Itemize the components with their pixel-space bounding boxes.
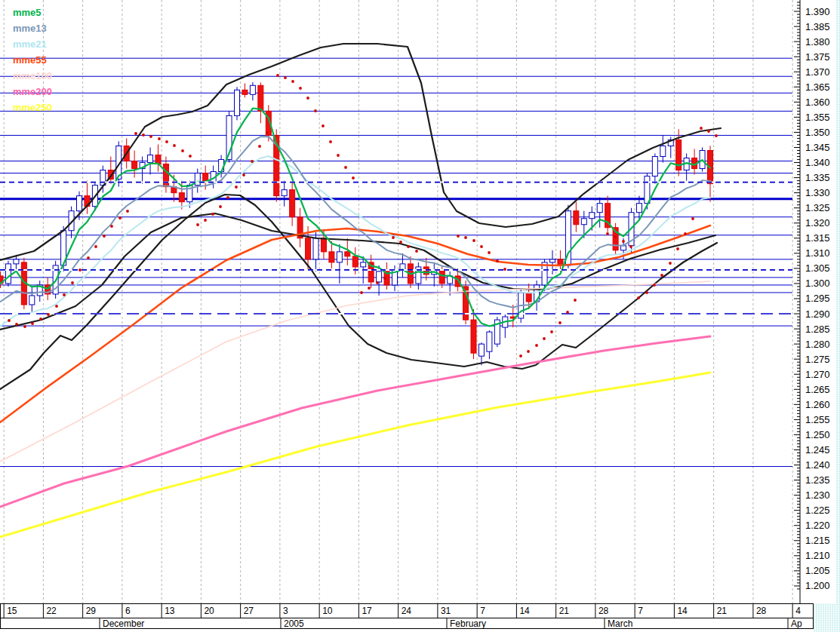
- sar-dot: [399, 241, 402, 244]
- sar-dot: [322, 124, 325, 127]
- price-axis-label: 1.360: [805, 97, 830, 108]
- week-date-label: 15: [7, 606, 17, 616]
- price-axis-label: 1.205: [805, 565, 830, 576]
- sar-dot: [503, 268, 506, 271]
- legend-mme250: mme250: [13, 100, 52, 115]
- candle-body: [14, 259, 19, 264]
- candle-body: [645, 176, 650, 204]
- week-date-label: 31: [441, 606, 451, 616]
- week-date-label: 28: [756, 606, 767, 616]
- desktop-right-strip: [836, 0, 840, 632]
- candle-body: [321, 238, 326, 252]
- sar-dot: [78, 268, 82, 272]
- sar-dot: [415, 250, 418, 253]
- sar-dot: [684, 232, 687, 235]
- sar-dot: [23, 325, 26, 328]
- sar-dot: [700, 127, 703, 130]
- price-axis-label: 1.235: [805, 474, 830, 486]
- price-axis-label: 1.265: [805, 384, 830, 395]
- candle-body: [345, 252, 350, 256]
- candle-body: [581, 219, 586, 225]
- candle-body: [163, 164, 168, 187]
- candle-body: [352, 256, 358, 267]
- sar-dot: [329, 140, 332, 143]
- week-date-label: 22: [46, 606, 57, 616]
- candle-body: [589, 213, 595, 219]
- price-axis-label: 1.350: [805, 127, 830, 138]
- week-date-label: 13: [165, 606, 175, 616]
- sar-dot: [306, 97, 309, 100]
- sar-dot: [219, 205, 222, 208]
- sar-dot: [376, 281, 379, 284]
- price-axis-label: 1.255: [805, 414, 830, 425]
- month-label: March: [608, 618, 632, 629]
- sar-dot: [39, 318, 42, 321]
- price-axis-label: 1.275: [805, 354, 830, 365]
- week-date-label: 27: [244, 606, 254, 616]
- sar-dot: [691, 217, 694, 220]
- candle-body: [179, 193, 184, 202]
- sar-dot: [31, 322, 34, 325]
- price-axis-label: 1.295: [805, 293, 830, 304]
- price-axis-label: 1.320: [805, 217, 830, 229]
- candle-up: [235, 87, 240, 120]
- sar-dot: [55, 305, 58, 308]
- price-axis-label: 1.380: [805, 36, 830, 48]
- price-axis-label: 1.240: [805, 459, 830, 471]
- week-date-label: 14: [677, 606, 688, 616]
- sar-dot: [181, 149, 184, 152]
- candle-body: [337, 252, 342, 262]
- sar-dot: [368, 287, 371, 290]
- sar-dot: [550, 330, 553, 333]
- sar-dot: [676, 247, 679, 250]
- chart-window: 1.3901.3851.3801.3751.3701.3651.3601.355…: [0, 0, 840, 632]
- candle-body: [77, 196, 82, 211]
- sar-dot: [158, 137, 161, 140]
- month-label: December: [103, 618, 144, 629]
- sar-dot: [645, 291, 648, 294]
- candle-down: [613, 223, 618, 255]
- sar-dot: [211, 213, 214, 216]
- candle-body: [660, 146, 666, 156]
- sar-dot: [707, 130, 710, 133]
- sar-dot: [165, 140, 168, 143]
- sar-dot: [352, 176, 355, 179]
- sar-dot: [204, 219, 207, 222]
- candle-down: [463, 281, 469, 324]
- price-axis-label: 1.310: [805, 247, 830, 259]
- candle-body: [361, 262, 366, 267]
- sar-dot: [189, 155, 192, 158]
- sar-dot: [614, 235, 617, 238]
- week-date-label: 29: [86, 606, 97, 616]
- candle-body: [478, 344, 484, 356]
- price-axis-label: 1.230: [805, 489, 830, 501]
- week-date-label: 3: [283, 606, 288, 616]
- sar-dot: [383, 277, 386, 280]
- sar-dot: [242, 173, 245, 176]
- sar-dot: [63, 293, 66, 296]
- candle-body: [652, 157, 657, 176]
- price-axis-label: 1.245: [805, 444, 830, 456]
- sar-dot: [71, 281, 74, 284]
- week-date-label: 28: [598, 606, 609, 616]
- candle-body: [132, 161, 137, 169]
- legend-mme200: mme200: [13, 84, 52, 100]
- week-date-label: 7: [638, 606, 643, 616]
- sar-dot: [134, 132, 137, 135]
- price-axis-label: 1.365: [805, 81, 830, 93]
- sar-dot: [637, 296, 640, 299]
- sar-dot: [337, 154, 340, 157]
- sar-dot: [299, 87, 302, 90]
- candle-body: [550, 259, 555, 262]
- month-label: Ap: [791, 618, 802, 629]
- sar-dot: [464, 236, 467, 239]
- price-axis-label: 1.280: [805, 339, 830, 350]
- sar-dot: [226, 196, 229, 199]
- week-date-label: 10: [322, 606, 333, 616]
- sar-dot: [110, 225, 113, 228]
- price-axis-label: 1.250: [805, 429, 830, 440]
- candle-body: [621, 246, 626, 250]
- candle-body: [282, 190, 287, 196]
- candle-body: [250, 85, 255, 94]
- price-axis-label: 1.225: [805, 505, 830, 516]
